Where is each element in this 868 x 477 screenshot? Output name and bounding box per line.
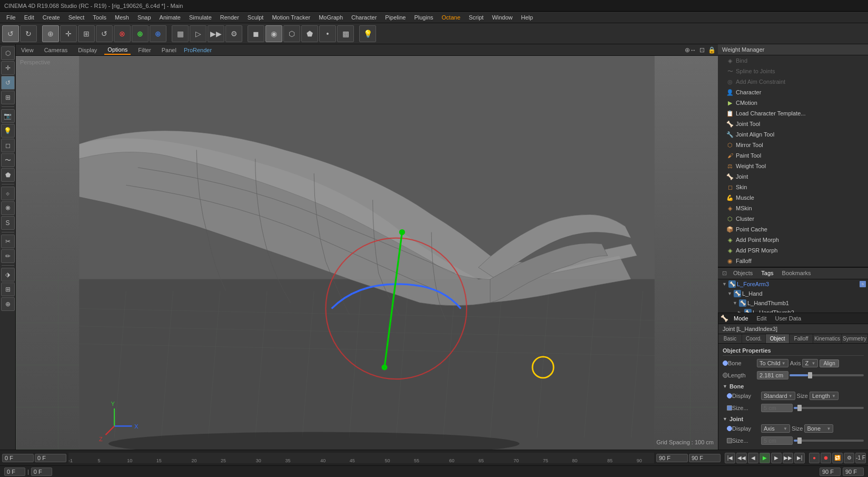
menu-item-window[interactable]: Window	[488, 13, 517, 22]
render-settings-btn[interactable]: ⚙	[225, 25, 242, 42]
options-tab[interactable]: Options	[104, 45, 131, 55]
falloff-tab[interactable]: Falloff	[790, 334, 813, 343]
wm-mirror-tool[interactable]: ⬡Mirror Tool	[718, 140, 868, 150]
menu-item-character[interactable]: Character	[347, 13, 381, 22]
object-mode-btn[interactable]: ◼	[248, 25, 264, 42]
light-left-btn[interactable]: 💡	[1, 124, 15, 138]
move-tool-btn[interactable]: ✛	[60, 25, 77, 42]
rotate-z-btn[interactable]: ⊕	[150, 25, 166, 42]
viewport-lock-icon[interactable]: 🔒	[708, 46, 716, 54]
status-frame-start[interactable]: 0 F	[4, 468, 25, 476]
prorender-tab[interactable]: ProRender	[184, 47, 212, 53]
status-frame-end2[interactable]: 90 F	[843, 468, 864, 476]
select-tool-btn[interactable]: ⊕	[42, 25, 59, 42]
camera-btn[interactable]: 📷	[1, 109, 15, 123]
frame-end2-input[interactable]: 90 F	[689, 454, 721, 462]
move-btn[interactable]: ✛	[1, 61, 15, 75]
render-region-btn[interactable]: ▦	[172, 25, 189, 42]
menu-item-sculpt[interactable]: Sculpt	[243, 13, 268, 22]
wm-muscle[interactable]: 💪Muscle	[718, 192, 868, 203]
redo-btn[interactable]: ↻	[20, 25, 37, 42]
nurbs-btn[interactable]: ⬟	[1, 168, 15, 182]
edge-mode-btn[interactable]: ⬟	[301, 25, 318, 42]
coord-tab[interactable]: Coord.	[742, 334, 766, 343]
kinematics-tab[interactable]: Kinematics	[813, 334, 842, 343]
axis-dropdown[interactable]: Z ▼	[802, 359, 818, 367]
sculpt-btn[interactable]: ⬗	[1, 268, 15, 281]
tree-item-forearm3[interactable]: ▼ 🦴 L_ForeArm3 s	[718, 279, 868, 289]
menu-item-render[interactable]: Render	[216, 13, 243, 22]
status-frame-current[interactable]: 0 F	[31, 468, 52, 476]
tree-item-hand[interactable]: ▼ 🦴 L_Hand	[718, 289, 868, 298]
play-btn[interactable]: ▶	[760, 453, 770, 463]
menu-item-tools[interactable]: Tools	[88, 13, 111, 22]
wm-add-psr-morph[interactable]: ◈Add PSR Morph	[718, 245, 868, 256]
panel-tab[interactable]: Panel	[159, 46, 180, 54]
wm-joint-tool[interactable]: 🦴Joint Tool	[718, 119, 868, 129]
fps-btn[interactable]: -1 F	[855, 453, 866, 463]
auto-record-btn[interactable]: ⏺	[821, 453, 831, 463]
joint-display-radio[interactable]	[727, 426, 732, 431]
menu-item-edit[interactable]: Edit	[20, 13, 38, 22]
undo-btn[interactable]: ↺	[2, 25, 19, 42]
wm-bind[interactable]: ◈Bind	[718, 55, 868, 66]
bone-dropdown[interactable]: To Child ▼	[757, 359, 788, 367]
scale-tool-btn[interactable]: ⊞	[78, 25, 95, 42]
wm-joint-align[interactable]: 🔧Joint Align Tool	[718, 129, 868, 140]
basic-tab[interactable]: Basic	[718, 334, 742, 343]
deformer-btn[interactable]: ⟐	[1, 187, 15, 200]
menu-item-script[interactable]: Script	[465, 13, 488, 22]
menu-item-octane[interactable]: Octane	[438, 13, 465, 22]
bone-section-header[interactable]: ▼ Bone	[723, 382, 864, 391]
wm-weight-tool[interactable]: ⚖Weight Tool	[718, 161, 868, 171]
menu-item-mesh[interactable]: Mesh	[111, 13, 133, 22]
status-frame-end[interactable]: 90 F	[820, 468, 841, 476]
size-checkbox[interactable]	[727, 405, 732, 411]
next-btn[interactable]: ▶	[771, 453, 782, 463]
menu-item-plugins[interactable]: Plugins	[410, 13, 437, 22]
joint-size-slider[interactable]	[794, 440, 864, 442]
joint-size-checkbox[interactable]	[727, 438, 732, 443]
menu-item-animate[interactable]: Animate	[155, 13, 185, 22]
knife-btn[interactable]: ✂	[1, 235, 15, 248]
joint-display-dropdown[interactable]: Axis ▼	[761, 424, 790, 433]
timeline-ruler[interactable]: -1 5 10 15 20 25 30 35 40 45 50 55 60 65…	[68, 453, 654, 463]
frame-end-input[interactable]: 90 F	[656, 454, 688, 462]
viewport-fullscreen-icon[interactable]: ⊡	[699, 46, 705, 54]
wm-paint-tool[interactable]: 🖌Paint Tool	[718, 150, 868, 161]
uv-mode-btn[interactable]: ▩	[337, 25, 354, 42]
bone-radio[interactable]	[723, 361, 728, 366]
edit-mode-btn[interactable]: ◉	[265, 25, 282, 42]
grid-btn[interactable]: ⊞	[1, 283, 15, 296]
menu-item-file[interactable]: File	[2, 13, 20, 22]
mode-tab[interactable]: Mode	[731, 314, 752, 323]
display-tab[interactable]: Display	[75, 46, 100, 54]
menu-item-help[interactable]: Help	[517, 13, 537, 22]
tags-tab[interactable]: Tags	[757, 269, 777, 277]
align-button[interactable]: Align	[820, 359, 839, 367]
loop-btn[interactable]: 🔁	[832, 453, 843, 463]
joint-section-header[interactable]: ▼ Joint	[723, 415, 864, 423]
point-mode-btn[interactable]: •	[319, 25, 336, 42]
effector-btn[interactable]: ❋	[1, 201, 15, 215]
display-dropdown[interactable]: Standard ▼	[761, 392, 795, 400]
user-data-tab[interactable]: User Data	[772, 314, 805, 323]
menu-item-pipeline[interactable]: Pipeline	[381, 13, 410, 22]
settings-btn[interactable]: ⚙	[844, 453, 854, 463]
wm-point-cache[interactable]: 📦 Point Cache	[718, 224, 868, 235]
wm-cmotion[interactable]: ▶CMotion	[718, 98, 868, 108]
view-tab[interactable]: View	[18, 46, 37, 54]
menu-item-mograph[interactable]: MoGraph	[314, 13, 347, 22]
wm-aim-constraint[interactable]: ◎Add Aim Constraint	[718, 76, 868, 87]
spline-btn[interactable]: 〜	[1, 153, 15, 167]
rotate-x-btn[interactable]: ⊗	[114, 25, 131, 42]
wm-load-template[interactable]: 📋Load Character Template...	[718, 108, 868, 119]
wm-joint[interactable]: 🦴Joint	[718, 171, 868, 182]
menu-item-create[interactable]: Create	[38, 13, 64, 22]
rotate-tool-btn[interactable]: ↺	[96, 25, 113, 42]
go-end-btn[interactable]: ▶|	[794, 453, 805, 463]
prev-btn[interactable]: ◀	[748, 453, 758, 463]
joint-size-input[interactable]: 5 cm	[761, 436, 793, 445]
wm-mskin[interactable]: ◈MSkin	[718, 203, 868, 213]
record-btn[interactable]: ●	[809, 453, 820, 463]
